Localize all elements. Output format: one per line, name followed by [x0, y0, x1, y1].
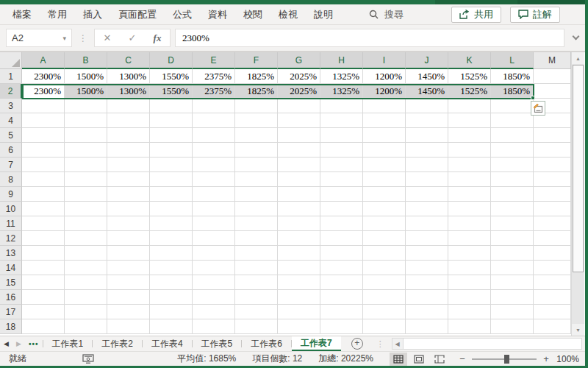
cell-E10[interactable]	[193, 202, 235, 216]
cell-K18[interactable]	[448, 319, 491, 334]
cell-F9[interactable]	[235, 187, 278, 202]
cell-A2[interactable]: 2300%	[22, 84, 65, 99]
cell-C15[interactable]	[107, 275, 150, 290]
cell-E14[interactable]	[193, 261, 235, 275]
cell-K13[interactable]	[448, 246, 491, 261]
cell-K12[interactable]	[448, 231, 491, 246]
cell-L17[interactable]	[491, 305, 534, 319]
row-header-2[interactable]: 2	[0, 84, 22, 99]
cell-I17[interactable]	[363, 305, 406, 319]
zoom-level[interactable]: 100%	[551, 354, 579, 364]
cell-M5[interactable]	[534, 128, 571, 143]
row-header-5[interactable]: 5	[0, 128, 22, 143]
cell-E4[interactable]	[193, 113, 235, 128]
cell-K15[interactable]	[448, 275, 491, 290]
row-header-4[interactable]: 4	[0, 113, 22, 128]
fill-handle[interactable]	[531, 96, 535, 100]
cell-B12[interactable]	[65, 231, 107, 246]
cell-I12[interactable]	[363, 231, 406, 246]
cell-M13[interactable]	[534, 246, 571, 261]
column-header-A[interactable]: A	[22, 52, 65, 69]
cell-F12[interactable]	[235, 231, 278, 246]
status-stat-平均值[interactable]: 平均值: 1685%	[177, 353, 236, 365]
cell-J7[interactable]	[406, 158, 448, 172]
menu-item-6[interactable]: 資料	[200, 4, 235, 24]
cell-B2[interactable]: 1500%	[65, 84, 107, 99]
cell-F18[interactable]	[235, 319, 278, 334]
cell-E11[interactable]	[193, 216, 235, 231]
cell-B18[interactable]	[65, 319, 107, 334]
cell-K16[interactable]	[448, 290, 491, 305]
cell-H2[interactable]: 1325%	[320, 84, 363, 99]
cell-C16[interactable]	[107, 290, 150, 305]
cell-D4[interactable]	[150, 113, 193, 128]
cell-I5[interactable]	[363, 128, 406, 143]
row-header-12[interactable]: 12	[0, 231, 22, 246]
cell-I3[interactable]	[363, 99, 406, 113]
row-header-10[interactable]: 10	[0, 202, 22, 216]
menu-item-1[interactable]: 檔案	[4, 4, 40, 24]
cell-H1[interactable]: 1325%	[320, 69, 363, 84]
cell-D15[interactable]	[150, 275, 193, 290]
cell-L16[interactable]	[491, 290, 534, 305]
cell-B17[interactable]	[65, 305, 107, 319]
cell-G8[interactable]	[278, 172, 320, 187]
cell-E6[interactable]	[193, 143, 235, 158]
cell-K7[interactable]	[448, 158, 491, 172]
cell-I13[interactable]	[363, 246, 406, 261]
scroll-left-icon[interactable]: ◀	[392, 338, 404, 350]
column-header-H[interactable]: H	[320, 52, 363, 69]
cell-G9[interactable]	[278, 187, 320, 202]
column-header-I[interactable]: I	[363, 52, 406, 69]
cell-G3[interactable]	[278, 99, 320, 113]
cell-G5[interactable]	[278, 128, 320, 143]
cell-J1[interactable]: 1450%	[406, 69, 448, 84]
cell-M1[interactable]	[534, 69, 571, 84]
cell-M2[interactable]	[534, 84, 571, 99]
formula-input[interactable]: 2300%	[175, 29, 564, 47]
zoom-in-button[interactable]: +	[542, 353, 550, 364]
cell-F14[interactable]	[235, 261, 278, 275]
cell-C6[interactable]	[107, 143, 150, 158]
cell-H6[interactable]	[320, 143, 363, 158]
cell-G15[interactable]	[278, 275, 320, 290]
cell-H13[interactable]	[320, 246, 363, 261]
cell-A10[interactable]	[22, 202, 65, 216]
cell-G2[interactable]: 2025%	[278, 84, 320, 99]
cell-A9[interactable]	[22, 187, 65, 202]
cell-A18[interactable]	[22, 319, 65, 334]
cell-J12[interactable]	[406, 231, 448, 246]
cell-J14[interactable]	[406, 261, 448, 275]
cell-A15[interactable]	[22, 275, 65, 290]
cell-B7[interactable]	[65, 158, 107, 172]
search-box[interactable]: 搜尋	[369, 8, 404, 21]
cell-B5[interactable]	[65, 128, 107, 143]
more-sheets-button[interactable]: •••	[25, 336, 43, 351]
cell-M9[interactable]	[534, 187, 571, 202]
next-sheet-button[interactable]: ▶	[12, 336, 25, 351]
row-header-15[interactable]: 15	[0, 275, 22, 290]
cell-M8[interactable]	[534, 172, 571, 187]
cell-B6[interactable]	[65, 143, 107, 158]
zoom-slider[interactable]	[472, 358, 537, 360]
status-stat-項目個數[interactable]: 項目個數: 12	[252, 353, 302, 365]
add-sheet-button[interactable]: +	[351, 338, 363, 350]
accessibility-checker-icon[interactable]	[82, 354, 94, 364]
column-header-G[interactable]: G	[278, 52, 320, 69]
sheet-tab-工作表5[interactable]: 工作表5	[193, 336, 242, 351]
cell-K14[interactable]	[448, 261, 491, 275]
cell-L18[interactable]	[491, 319, 534, 334]
cell-G14[interactable]	[278, 261, 320, 275]
cell-K5[interactable]	[448, 128, 491, 143]
zoom-out-button[interactable]: −	[459, 353, 466, 364]
cell-I10[interactable]	[363, 202, 406, 216]
menu-item-8[interactable]: 檢視	[270, 4, 306, 24]
sheet-tab-工作表2[interactable]: 工作表2	[93, 336, 142, 351]
cell-E2[interactable]: 2375%	[193, 84, 235, 99]
column-header-C[interactable]: C	[107, 52, 150, 69]
cell-D1[interactable]: 1550%	[150, 69, 193, 84]
cell-A5[interactable]	[22, 128, 65, 143]
cell-H5[interactable]	[320, 128, 363, 143]
cell-F13[interactable]	[235, 246, 278, 261]
scroll-down-icon[interactable]: ▼	[572, 324, 584, 336]
